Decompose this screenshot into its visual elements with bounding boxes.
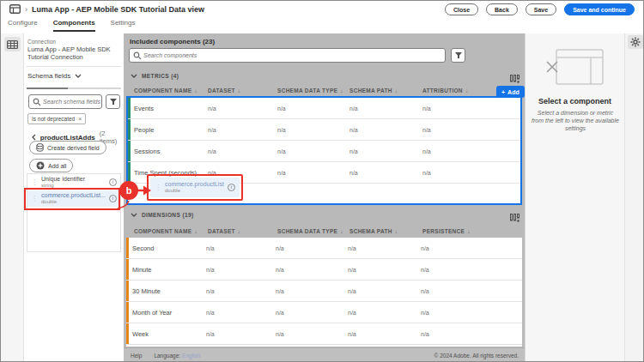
data-panel-rail-button[interactable] xyxy=(4,37,21,51)
metrics-section-title: METRICS (4) xyxy=(142,73,179,79)
drag-handle-icon[interactable]: ⋮ xyxy=(31,179,38,186)
schema-field-list: ⋮ Unique Identifier string i ⋮ commerce.… xyxy=(27,173,121,252)
save-and-continue-button[interactable]: Save and continue xyxy=(564,3,635,15)
breadcrumb-separator: › xyxy=(25,5,27,14)
cell-dataset: n/a xyxy=(206,310,276,316)
sort-icon: ↓ xyxy=(194,87,197,94)
help-link[interactable]: Help xyxy=(131,353,142,359)
table-row[interactable]: People n/a n/a n/a n/a xyxy=(128,119,520,141)
back-button[interactable]: Back xyxy=(486,3,518,15)
chevron-down-icon xyxy=(75,74,82,78)
schema-fields-label: Schema fields xyxy=(27,72,70,80)
cell-dataset: n/a xyxy=(206,288,276,294)
schema-filter-button[interactable] xyxy=(106,94,120,109)
table-row[interactable]: Week n/a n/a n/a n/a xyxy=(126,323,522,345)
info-icon[interactable]: i xyxy=(109,178,117,186)
tab-bar: Configure Components Settings xyxy=(8,19,135,32)
cell-schema-data-type: n/a xyxy=(277,127,349,133)
language-label: Language: xyxy=(154,353,180,359)
component-settings-panel: Select a component Select a dimension or… xyxy=(525,33,624,362)
metrics-section-header[interactable]: METRICS (4) xyxy=(131,73,179,79)
column-header[interactable]: SCHEMA DATA TYPE↓ xyxy=(277,228,349,234)
cell-persistence: n/a xyxy=(421,267,522,273)
dimensions-section-title: DIMENSIONS (19) xyxy=(142,212,194,218)
table-row[interactable]: Month of Year n/a n/a n/a n/a xyxy=(126,302,522,323)
dragged-field-item[interactable]: ⋮ commerce.productList... double i xyxy=(150,178,240,197)
right-rail xyxy=(624,33,644,362)
create-derived-field-label: Create derived field xyxy=(47,145,100,151)
cell-schema-data-type: n/a xyxy=(276,288,348,294)
table-row[interactable]: Minute n/a n/a n/a n/a xyxy=(126,259,522,281)
dimensions-section-header[interactable]: DIMENSIONS (19) xyxy=(131,212,194,218)
column-header[interactable]: PERSISTENCE↓ xyxy=(422,228,522,234)
field-type: double xyxy=(41,199,106,205)
column-header[interactable]: COMPONENT NAME↓ xyxy=(134,87,208,94)
cell-attribution: n/a xyxy=(422,106,520,112)
cell-schema-data-type: n/a xyxy=(276,331,348,337)
cell-dataset: n/a xyxy=(206,245,276,251)
cell-schema-data-type: n/a xyxy=(276,310,348,316)
field-item-product-list-adds[interactable]: ⋮ commerce.productList... double i xyxy=(27,190,120,207)
language-value-link[interactable]: English xyxy=(182,353,200,359)
table-row[interactable]: Second n/a n/a n/a n/a xyxy=(126,238,522,259)
info-icon[interactable]: i xyxy=(228,184,235,191)
table-row[interactable]: 30 Minute n/a n/a n/a n/a xyxy=(126,281,522,302)
chevron-left-icon[interactable] xyxy=(31,134,36,141)
cell-schema-path: n/a xyxy=(349,127,422,133)
column-header[interactable]: COMPONENT NAME↓ xyxy=(134,228,208,234)
cell-schema-path: n/a xyxy=(349,148,422,154)
close-button[interactable]: Close xyxy=(445,3,478,15)
field-text: commerce.productList... double xyxy=(165,181,224,194)
column-header[interactable]: SCHEMA DATA TYPE↓ xyxy=(277,87,349,94)
add-all-button[interactable]: Add all xyxy=(29,159,73,172)
field-item-unique-identifier[interactable]: ⋮ Unique Identifier string i xyxy=(27,174,120,190)
column-header[interactable]: DATASET↓ xyxy=(208,228,277,234)
field-type: double xyxy=(165,188,224,194)
cell-component-name: Minute xyxy=(132,266,206,274)
tab-configure[interactable]: Configure xyxy=(8,19,38,32)
breadcrumb: › Luma App - AEP Mobile SDK Tutorial Dat… xyxy=(9,4,204,14)
save-button[interactable]: Save xyxy=(526,3,556,15)
sort-icon: ↓ xyxy=(340,228,343,234)
add-component-button[interactable]: + Add xyxy=(496,86,525,98)
cell-schema-path: n/a xyxy=(349,170,422,176)
column-header[interactable]: DATASET↓ xyxy=(208,87,277,94)
schema-fields-dropdown[interactable]: Schema fields xyxy=(27,72,82,80)
settings-rail-button[interactable] xyxy=(628,35,643,49)
cell-dataset: n/a xyxy=(208,170,277,176)
dimensions-table: Second n/a n/a n/a n/a Minute n/a n/a n/… xyxy=(126,238,522,347)
sort-icon: ↓ xyxy=(194,228,197,234)
components-search xyxy=(129,48,446,63)
field-text: commerce.productList... double xyxy=(41,192,106,205)
cell-persistence: n/a xyxy=(421,310,522,316)
tag-close-icon[interactable]: × xyxy=(78,116,82,122)
info-icon[interactable]: i xyxy=(109,195,117,202)
create-derived-field-button[interactable]: Create derived field xyxy=(29,141,106,154)
add-button-label: Add xyxy=(507,89,519,95)
field-name: commerce.productList... xyxy=(165,181,224,188)
metrics-drop-target[interactable]: Events n/a n/a n/a n/a People n/a n/a n/… xyxy=(126,96,522,205)
add-circle-icon xyxy=(36,161,45,170)
drag-handle-icon[interactable]: ⋮ xyxy=(31,196,38,202)
components-filter-button[interactable] xyxy=(451,48,465,63)
empty-state-title: Select a component xyxy=(526,97,624,106)
filter-tag-not-deprecated[interactable]: Is not deprecated × xyxy=(27,113,86,124)
divider xyxy=(27,87,121,89)
filter-icon xyxy=(454,51,463,59)
cell-persistence: n/a xyxy=(421,331,522,337)
column-header[interactable]: SCHEMA PATH↓ xyxy=(349,228,422,234)
tab-settings[interactable]: Settings xyxy=(111,19,136,32)
cell-persistence: n/a xyxy=(421,288,522,294)
annotation-step-marker: b xyxy=(119,181,138,200)
chevron-down-icon xyxy=(131,213,137,217)
table-row[interactable]: Events n/a n/a n/a n/a xyxy=(128,98,520,119)
components-search-input[interactable] xyxy=(130,49,445,62)
tab-components[interactable]: Components xyxy=(53,19,95,32)
cell-schema-data-type: n/a xyxy=(277,106,349,112)
table-row[interactable]: Sessions n/a n/a n/a n/a xyxy=(128,141,520,162)
column-header[interactable]: SCHEMA PATH↓ xyxy=(349,87,422,94)
drag-handle-icon: ⋮ xyxy=(155,184,161,191)
cell-schema-data-type: n/a xyxy=(277,148,349,154)
cell-schema-path: n/a xyxy=(348,331,421,337)
cell-component-name: 30 Minute xyxy=(132,287,206,295)
